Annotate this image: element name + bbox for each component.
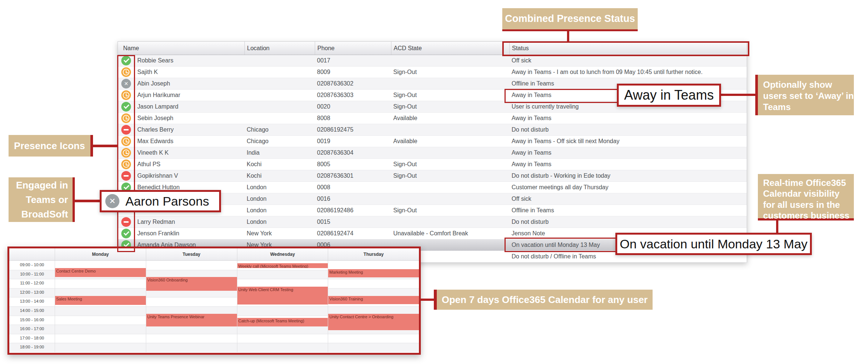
table-row[interactable]: Max EdwardsChicago0019AvailableAway in T… (118, 136, 747, 147)
annotation-open-calendar: Open 7 days Office365 Calendar for any u… (437, 290, 653, 310)
cell-status: Do not disturb - Working in Ede today (509, 170, 747, 181)
calendar-event[interactable]: Unity Contact Centre > Onboarding (328, 314, 419, 330)
calendar-event[interactable]: Weekly call (Microsoft Teams Meeting) (237, 263, 328, 268)
cell-phone: 0020 (315, 101, 391, 112)
calendar-event[interactable]: Vision360 Onboarding (146, 277, 237, 291)
cell-location: London (244, 205, 315, 216)
presence-table: Name Location Phone ACD State Status Rob… (118, 41, 747, 262)
connector-line (567, 31, 569, 42)
cell-location: London (244, 182, 315, 193)
connector-line (721, 94, 755, 96)
calendar-gutter-header (9, 248, 55, 260)
cell-name: Vineeth K K (134, 147, 244, 158)
cell-acd-state: Unavailable - Comfort Break (391, 228, 509, 239)
connector-line (502, 29, 638, 31)
calendar-event[interactable]: Sales Meeting (55, 296, 146, 305)
table-row[interactable]: Sajith K8009Sign-OutAway in Teams - I am… (118, 67, 747, 78)
cell-location (244, 90, 315, 101)
cell-acd-state (391, 55, 509, 66)
table-row[interactable]: Robbie Sears0017Off sick (118, 55, 747, 67)
connector-line (434, 290, 437, 310)
cell-location: London (244, 216, 315, 228)
connector-line (776, 220, 778, 233)
calendar-row-band (9, 343, 419, 352)
table-row[interactable]: Sebin Joseph8008AvailableAway in Teams (118, 113, 747, 124)
calendar-column-line (146, 261, 146, 352)
cell-phone: 02087636304 (315, 147, 391, 158)
cell-name: Jason Lampard (134, 101, 244, 112)
cell-location (244, 101, 315, 112)
annotation-engaged-in-teams: Engaged in Teams or BroadSoft (9, 177, 73, 222)
table-row[interactable]: Charles BerryChicago02086192475Do not di… (118, 124, 747, 136)
calendar-day-header: Wednesday (237, 248, 328, 260)
calendar-event[interactable]: Marketing Meeting (328, 269, 419, 277)
column-header-name[interactable]: Name (118, 42, 244, 55)
annotation-presence-icons: Presence Icons (9, 135, 90, 157)
cell-phone: 02086192486 (315, 205, 391, 216)
cell-location: London (244, 193, 315, 204)
cell-acd-state: Sign-Out (391, 170, 509, 181)
time-slot-label: 18:00 - 19:00 (9, 345, 55, 349)
time-slot-label: 16:00 - 17:00 (9, 326, 55, 331)
time-slot-label: 11:00 - 12:00 (9, 281, 55, 285)
time-slot-label: 15:00 - 16:00 (9, 318, 55, 322)
cell-phone: 02086192475 (315, 124, 391, 135)
cell-phone: 8009 (315, 67, 391, 78)
cell-acd-state (391, 216, 509, 228)
cell-name: Jenson Franklin (134, 228, 244, 239)
aaron-parsons-callout: Aaron Parsons (100, 190, 221, 212)
cell-phone: 0008 (315, 182, 391, 193)
table-row[interactable]: Vineeth K KIndia02087636304Away in Teams (118, 147, 747, 159)
cell-location: Kochi (244, 170, 315, 181)
connector-line (755, 75, 758, 115)
aaron-parsons-name: Aaron Parsons (125, 194, 209, 209)
cell-location (244, 67, 315, 78)
connector-line (90, 135, 93, 157)
annotation-optionally-show-away: Optionally show users set to ‘Away’ in T… (758, 75, 854, 115)
column-header-phone[interactable]: Phone (315, 42, 391, 55)
cell-name: Sebin Joseph (134, 113, 244, 124)
cell-name: Abin Joseph (134, 78, 244, 89)
calendar-event[interactable]: Contact Centre Demo (55, 268, 146, 277)
table-row[interactable]: Athul PSKochi8005Sign-OutAway in Teams (118, 159, 747, 170)
icon-column-highlight (117, 211, 135, 252)
cell-location: Chicago (244, 136, 315, 147)
column-header-acd-state[interactable]: ACD State (391, 42, 509, 55)
cell-phone: 02086192474 (315, 228, 391, 239)
cell-phone: 02087636302 (315, 78, 391, 89)
cell-name: Gopikrishnan V (134, 170, 244, 181)
calendar-event[interactable]: Unity Teams Presence Webinar (146, 314, 237, 326)
calendar-event[interactable]: Unity Web Client CRM Testing (237, 287, 328, 305)
cell-location: New York (244, 228, 315, 239)
offline-icon (105, 194, 119, 208)
cell-name: Robbie Sears (134, 55, 244, 66)
column-header-location[interactable]: Location (244, 42, 315, 55)
cell-acd-state: Sign-Out (391, 67, 509, 78)
cell-acd-state: Sign-Out (391, 90, 509, 101)
away-in-teams-callout: Away in Teams (617, 84, 721, 107)
table-row[interactable]: Larry RedmanLondon0015Do not disturb (118, 216, 747, 228)
calendar-event[interactable]: Vision360 Training (328, 296, 419, 304)
calendar-gridline (9, 306, 419, 307)
time-slot-label: 12:00 - 13:00 (9, 290, 55, 294)
cell-name: Arjun Harikumar (134, 90, 244, 101)
time-slot-label: 14:00 - 15:00 (9, 308, 55, 313)
cell-status: Away in Teams (509, 113, 747, 124)
calendar-gridline (9, 334, 419, 334)
time-slot-label: 17:00 - 18:00 (9, 336, 55, 340)
calendar-event[interactable]: Catch-up (Microsoft Teams Meeting) (237, 318, 328, 326)
vacation-callout: On vacation until Monday 13 May (615, 233, 812, 255)
time-slot-label: 09:00 - 10:00 (9, 262, 55, 267)
vacation-status-cell-highlight (505, 238, 618, 252)
cell-acd-state (391, 193, 509, 204)
cell-phone: 0017 (315, 55, 391, 66)
cell-location (244, 78, 315, 89)
cell-phone: 0016 (315, 193, 391, 204)
cell-name: Max Edwards (134, 136, 244, 147)
cell-status: Away in Teams - Off sick till next Monda… (509, 136, 747, 147)
cell-status: Do not disturb (509, 124, 747, 135)
cell-status: Away in Teams - I am out to lunch from 0… (509, 67, 747, 78)
cell-phone: 8005 (315, 159, 391, 170)
table-row[interactable]: Gopikrishnan VKochi02087636301Sign-OutDo… (118, 170, 747, 182)
cell-location: India (244, 147, 315, 158)
